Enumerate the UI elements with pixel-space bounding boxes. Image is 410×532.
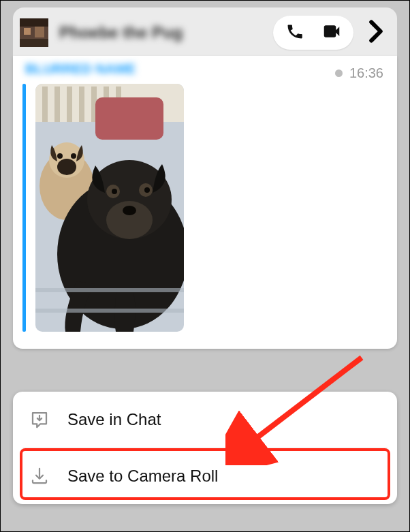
svg-rect-2 (24, 28, 31, 35)
avatar[interactable] (20, 18, 48, 47)
svg-rect-14 (95, 97, 163, 140)
voice-call-button[interactable] (277, 18, 313, 48)
svg-point-17 (57, 159, 76, 175)
sender-bar (22, 84, 26, 332)
status-dot-icon (335, 69, 343, 77)
chat-card: BLURRED NAME 16:36 (13, 56, 397, 349)
download-icon (28, 465, 51, 488)
svg-point-26 (144, 187, 150, 193)
svg-rect-8 (54, 87, 60, 122)
svg-rect-7 (42, 87, 48, 122)
svg-rect-4 (20, 39, 48, 47)
delivery-status: 16:36 (335, 65, 383, 81)
chevron-right-icon (368, 20, 383, 46)
context-menu: Save in Chat Save to Camera Roll (13, 392, 397, 504)
save-in-chat-button[interactable]: Save in Chat (13, 392, 397, 448)
more-button[interactable] (363, 20, 389, 46)
sender-label: BLURRED NAME (25, 61, 136, 77)
svg-rect-1 (20, 18, 48, 27)
video-call-button[interactable] (314, 18, 349, 48)
snap-photo[interactable] (35, 84, 184, 332)
svg-point-19 (71, 153, 76, 159)
svg-point-27 (123, 206, 136, 215)
phone-icon (285, 22, 304, 44)
svg-point-25 (112, 189, 117, 194)
video-icon (321, 21, 342, 44)
timestamp: 16:36 (349, 65, 383, 81)
save-to-camera-roll-button[interactable]: Save to Camera Roll (13, 448, 397, 504)
save-to-camera-roll-label: Save to Camera Roll (67, 467, 218, 486)
save-in-chat-icon (28, 408, 51, 431)
save-in-chat-label: Save in Chat (67, 410, 161, 429)
svg-rect-10 (79, 87, 84, 122)
chat-header: Phoebe the Pug (13, 7, 397, 58)
call-actions (273, 16, 353, 50)
svg-rect-28 (35, 288, 184, 292)
svg-rect-29 (35, 309, 184, 313)
svg-point-18 (57, 153, 63, 159)
svg-rect-9 (67, 87, 72, 122)
svg-rect-3 (35, 27, 44, 37)
contact-name[interactable]: Phoebe the Pug (59, 23, 269, 42)
